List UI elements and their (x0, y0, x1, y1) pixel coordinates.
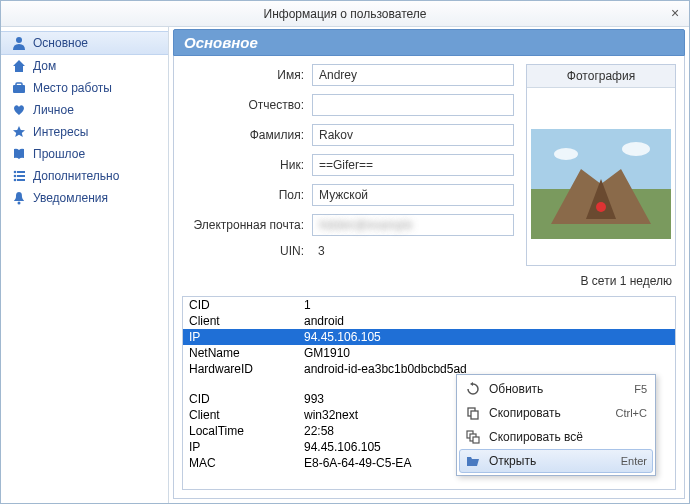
briefcase-icon (11, 80, 27, 96)
email-label: Электронная почта: (182, 218, 312, 232)
sidebar-item-main[interactable]: Основное (1, 31, 168, 55)
sidebar-item-label: Личное (33, 103, 74, 117)
body: Основное Дом Место работы Личное Интерес… (1, 27, 689, 503)
sidebar-item-label: Место работы (33, 81, 112, 95)
row-key: LocalTime (189, 424, 304, 438)
nick-field[interactable]: ==Gifer== (312, 154, 514, 176)
table-row[interactable]: IP94.45.106.105 (183, 329, 675, 345)
svg-point-3 (14, 171, 17, 174)
sidebar-item-notifications[interactable]: Уведомления (1, 187, 168, 209)
ctx-shortcut: Enter (621, 455, 647, 467)
user-icon (11, 35, 27, 51)
gender-field[interactable]: Мужской (312, 184, 514, 206)
context-menu: Обновить F5 Скопировать Ctrl+C Скопирова… (456, 374, 656, 476)
photo-box: Фотография (526, 64, 676, 266)
bell-icon (11, 190, 27, 206)
sidebar-item-additional[interactable]: Дополнительно (1, 165, 168, 187)
table-row[interactable]: Clientandroid (183, 313, 675, 329)
sidebar: Основное Дом Место работы Личное Интерес… (1, 27, 169, 503)
close-icon[interactable]: × (667, 5, 683, 21)
user-photo[interactable] (527, 88, 675, 265)
svg-rect-6 (17, 175, 25, 177)
copy-all-icon (465, 429, 481, 445)
section-header: Основное (173, 29, 685, 56)
row-value: GM1910 (304, 346, 669, 360)
ctx-label: Скопировать всё (489, 430, 639, 444)
ctx-open[interactable]: Открыть Enter (459, 449, 653, 473)
svg-rect-4 (17, 171, 25, 173)
table-row[interactable]: NetNameGM1910 (183, 345, 675, 361)
sidebar-item-label: Дополнительно (33, 169, 119, 183)
book-icon (11, 146, 27, 162)
sidebar-item-past[interactable]: Прошлое (1, 143, 168, 165)
row-key: NetName (189, 346, 304, 360)
row-key: CID (189, 392, 304, 406)
svg-point-7 (14, 179, 17, 182)
svg-point-0 (16, 37, 22, 43)
last-field[interactable]: Rakov (312, 124, 514, 146)
ctx-shortcut: Ctrl+C (616, 407, 647, 419)
row-value: android (304, 314, 669, 328)
status-text: В сети 1 неделю (182, 272, 676, 290)
uin-value: 3 (312, 244, 325, 258)
svg-rect-8 (17, 179, 25, 181)
svg-rect-2 (16, 83, 22, 86)
sidebar-item-interests[interactable]: Интересы (1, 121, 168, 143)
row-key: HardwareID (189, 362, 304, 376)
row-key: Client (189, 314, 304, 328)
list-icon (11, 168, 27, 184)
row-value: 1 (304, 298, 669, 312)
row-key: MAC (189, 456, 304, 470)
sidebar-item-label: Интересы (33, 125, 88, 139)
sidebar-item-personal[interactable]: Личное (1, 99, 168, 121)
content: Имя:Andrey Отчество: Фамилия:Rakov Ник:=… (173, 56, 685, 499)
sidebar-item-label: Дом (33, 59, 56, 73)
sidebar-item-label: Основное (33, 36, 88, 50)
home-icon (11, 58, 27, 74)
middle-field[interactable] (312, 94, 514, 116)
svg-point-14 (622, 142, 650, 156)
titlebar: Информация о пользователе × (1, 1, 689, 27)
svg-point-12 (596, 202, 606, 212)
photo-header: Фотография (527, 65, 675, 88)
main-panel: Основное Имя:Andrey Отчество: Фамилия:Ra… (169, 27, 689, 503)
ctx-label: Обновить (489, 382, 626, 396)
refresh-icon (465, 381, 481, 397)
last-label: Фамилия: (182, 128, 312, 142)
sidebar-item-work[interactable]: Место работы (1, 77, 168, 99)
sidebar-item-label: Прошлое (33, 147, 85, 161)
row-key: Client (189, 408, 304, 422)
row-value: 94.45.106.105 (304, 330, 669, 344)
ctx-refresh[interactable]: Обновить F5 (459, 377, 653, 401)
svg-point-5 (14, 175, 17, 178)
copy-icon (465, 405, 481, 421)
row-key: CID (189, 298, 304, 312)
table-row[interactable]: CID1 (183, 297, 675, 313)
svg-rect-16 (471, 411, 478, 419)
row-key: IP (189, 330, 304, 344)
middle-label: Отчество: (182, 98, 312, 112)
svg-point-9 (18, 202, 21, 205)
row-key: IP (189, 440, 304, 454)
sidebar-item-label: Уведомления (33, 191, 108, 205)
folder-open-icon (465, 453, 481, 469)
ctx-copy-all[interactable]: Скопировать всё (459, 425, 653, 449)
sidebar-item-home[interactable]: Дом (1, 55, 168, 77)
name-field[interactable]: Andrey (312, 64, 514, 86)
name-label: Имя: (182, 68, 312, 82)
window-title: Информация о пользователе (264, 7, 427, 21)
svg-rect-19 (473, 437, 479, 443)
star-icon (11, 124, 27, 140)
ctx-label: Скопировать (489, 406, 608, 420)
ctx-shortcut: F5 (634, 383, 647, 395)
ctx-label: Открыть (489, 454, 613, 468)
uin-label: UIN: (182, 244, 312, 258)
ctx-copy[interactable]: Скопировать Ctrl+C (459, 401, 653, 425)
nick-label: Ник: (182, 158, 312, 172)
email-field[interactable]: hidden@example (312, 214, 514, 236)
form-area: Имя:Andrey Отчество: Фамилия:Rakov Ник:=… (182, 64, 676, 266)
svg-point-13 (554, 148, 578, 160)
heart-icon (11, 102, 27, 118)
form-fields: Имя:Andrey Отчество: Фамилия:Rakov Ник:=… (182, 64, 514, 266)
gender-label: Пол: (182, 188, 312, 202)
